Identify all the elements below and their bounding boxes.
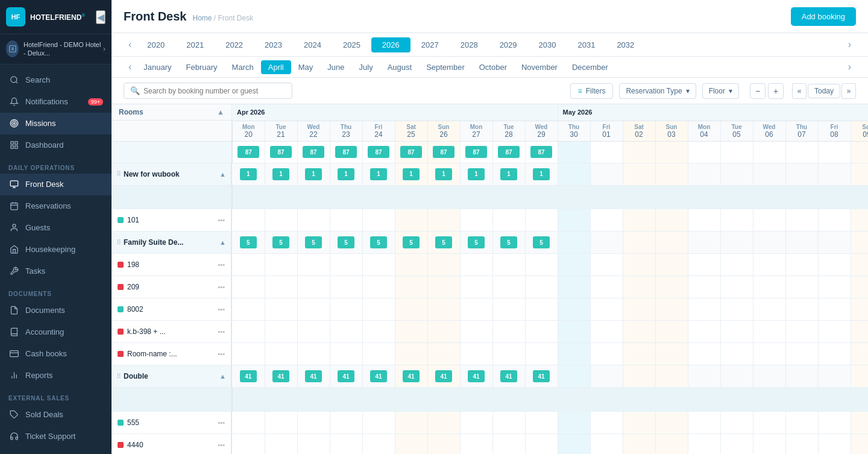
room-cell[interactable] <box>427 209 460 232</box>
room-more-button[interactable]: ••• <box>218 306 225 313</box>
room-cell[interactable] <box>265 321 297 343</box>
room-cell[interactable] <box>330 298 362 321</box>
room-cell[interactable] <box>232 343 265 365</box>
room-cell[interactable] <box>232 209 265 232</box>
room-cell[interactable] <box>688 412 720 434</box>
zoom-out-button[interactable]: − <box>750 83 766 99</box>
today-button[interactable]: Today <box>808 84 840 98</box>
sidebar-item-guests[interactable]: Guests <box>0 217 112 239</box>
zoom-in-button[interactable]: + <box>768 83 784 99</box>
room-cell[interactable] <box>525 298 558 321</box>
sidebar-collapse-button[interactable]: ◀ <box>96 10 105 24</box>
room-cell[interactable] <box>492 298 525 321</box>
reservation-type-dropdown[interactable]: Reservation Type ▾ <box>619 83 696 99</box>
sidebar-item-ticket-support[interactable]: Ticket Support <box>0 426 112 447</box>
room-cell[interactable] <box>590 209 623 232</box>
floor-dropdown[interactable]: Floor ▾ <box>702 83 739 99</box>
room-cell[interactable] <box>818 254 851 276</box>
sidebar-item-reservations[interactable]: Reservations <box>0 195 112 217</box>
room-cell[interactable] <box>525 321 558 343</box>
sort-up-icon[interactable]: ▲ <box>219 373 226 380</box>
room-cell[interactable] <box>590 343 623 365</box>
room-cell[interactable] <box>297 209 330 232</box>
month-may[interactable]: May <box>291 60 321 74</box>
room-cell[interactable] <box>785 321 818 343</box>
room-cell[interactable] <box>785 434 818 454</box>
room-cell[interactable] <box>720 298 753 321</box>
room-cell[interactable] <box>818 298 851 321</box>
add-booking-button[interactable]: Add booking <box>791 7 856 26</box>
room-cell[interactable] <box>362 276 395 298</box>
year-2027[interactable]: 2027 <box>410 37 450 52</box>
room-cell[interactable] <box>851 276 868 298</box>
room-cell[interactable] <box>818 412 851 434</box>
year-2026[interactable]: 2026 <box>371 37 410 52</box>
room-cell[interactable] <box>590 434 623 454</box>
month-march[interactable]: March <box>225 60 261 74</box>
room-cell[interactable] <box>265 276 297 298</box>
year-2028[interactable]: 2028 <box>450 37 489 52</box>
drag-handle-icon[interactable]: ⠿ <box>116 239 121 247</box>
year-2029[interactable]: 2029 <box>489 37 528 52</box>
room-cell[interactable] <box>362 434 395 454</box>
room-cell[interactable] <box>590 321 623 343</box>
room-cell[interactable] <box>492 343 525 365</box>
room-cell[interactable] <box>688 276 720 298</box>
room-cell[interactable] <box>851 254 868 276</box>
drag-handle-icon[interactable]: ⠿ <box>116 373 121 380</box>
month-april[interactable]: April <box>261 60 291 74</box>
month-december[interactable]: December <box>565 60 615 74</box>
room-cell[interactable] <box>297 254 330 276</box>
room-cell[interactable] <box>818 434 851 454</box>
room-cell[interactable] <box>395 343 427 365</box>
room-cell[interactable] <box>395 276 427 298</box>
month-september[interactable]: September <box>419 60 472 74</box>
room-cell[interactable] <box>720 343 753 365</box>
room-cell[interactable] <box>655 434 688 454</box>
room-cell[interactable] <box>427 254 460 276</box>
room-cell[interactable] <box>362 298 395 321</box>
drag-handle-icon[interactable]: ⠿ <box>116 170 121 178</box>
calendar-prev-button[interactable]: « <box>792 83 807 99</box>
year-2022[interactable]: 2022 <box>215 37 254 52</box>
room-cell[interactable] <box>330 254 362 276</box>
room-cell[interactable] <box>688 209 720 232</box>
room-cell[interactable] <box>785 209 818 232</box>
sidebar-item-tasks[interactable]: Tasks <box>0 260 112 282</box>
month-february[interactable]: February <box>179 60 225 74</box>
room-cell[interactable] <box>492 321 525 343</box>
room-cell[interactable] <box>395 412 427 434</box>
room-cell[interactable] <box>623 343 655 365</box>
room-cell[interactable] <box>330 321 362 343</box>
room-cell[interactable] <box>525 254 558 276</box>
year-2025[interactable]: 2025 <box>332 37 371 52</box>
room-cell[interactable] <box>362 321 395 343</box>
room-cell[interactable] <box>655 298 688 321</box>
room-more-button[interactable]: ••• <box>218 328 225 335</box>
room-cell[interactable] <box>753 412 785 434</box>
room-cell[interactable] <box>688 434 720 454</box>
sidebar-item-front-desk[interactable]: Front Desk <box>0 174 112 195</box>
year-prev-button[interactable]: ‹ <box>124 37 136 52</box>
room-cell[interactable] <box>785 254 818 276</box>
sort-arrow-icon[interactable]: ▲ <box>217 108 224 116</box>
room-cell[interactable] <box>330 434 362 454</box>
sort-up-icon[interactable]: ▲ <box>219 171 226 178</box>
month-prev-button[interactable]: ‹ <box>124 59 136 75</box>
room-cell[interactable] <box>525 434 558 454</box>
room-cell[interactable] <box>851 343 868 365</box>
room-cell[interactable] <box>460 434 492 454</box>
filters-button[interactable]: ≡ Filters <box>570 83 614 99</box>
room-cell[interactable] <box>851 321 868 343</box>
room-cell[interactable] <box>655 209 688 232</box>
room-cell[interactable] <box>785 298 818 321</box>
room-cell[interactable] <box>265 254 297 276</box>
room-more-button[interactable]: ••• <box>218 216 225 224</box>
room-cell[interactable] <box>720 434 753 454</box>
room-cell[interactable] <box>525 412 558 434</box>
room-cell[interactable] <box>330 412 362 434</box>
room-cell[interactable] <box>753 254 785 276</box>
room-cell[interactable] <box>492 434 525 454</box>
sidebar-item-dashboard[interactable]: Dashboard <box>0 134 112 156</box>
room-cell[interactable] <box>558 343 590 365</box>
